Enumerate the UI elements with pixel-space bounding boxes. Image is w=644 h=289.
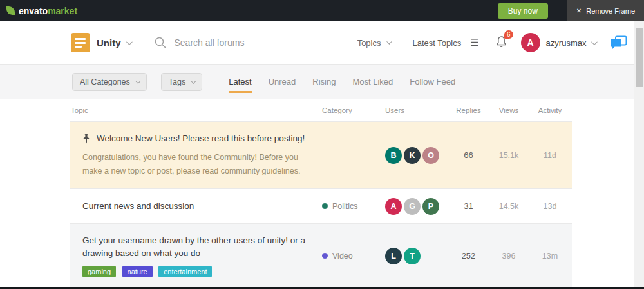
filter-bar: All Categories Tags Latest Unread Rising…	[0, 65, 644, 99]
tab-rising[interactable]: Rising	[304, 77, 344, 86]
tag-nature[interactable]: nature	[122, 266, 153, 277]
table-row[interactable]: Current news and discussion Politics A G…	[70, 189, 572, 224]
forum-header: Unity Topics Latest Topics ☰ 6 A	[0, 21, 644, 65]
col-replies[interactable]: Replies	[448, 106, 489, 114]
activity-time[interactable]: 13d	[528, 202, 572, 211]
vertical-scrollbar[interactable]	[634, 21, 644, 289]
remove-frame-label[interactable]: Remove Frame	[586, 7, 635, 15]
activity-time[interactable]: 13m	[528, 252, 572, 261]
chevron-down-icon[interactable]	[591, 39, 598, 45]
topic-table: Topic Category Users Replies Views Activ…	[70, 99, 572, 289]
user-avatar[interactable]: P	[422, 198, 439, 215]
views-count: 15.1k	[489, 151, 528, 160]
search-icon[interactable]	[154, 36, 167, 49]
tag-list: gaming nature entertainment	[82, 265, 312, 277]
close-icon[interactable]: ✕	[576, 7, 582, 14]
chat-bubbles-icon[interactable]	[610, 35, 627, 50]
users-cell: L T	[380, 248, 448, 264]
views-count: 396	[489, 252, 528, 261]
search-zone: Topics	[154, 36, 390, 49]
topic-title[interactable]: Current news and discussion	[82, 200, 194, 213]
col-topic[interactable]: Topic	[70, 106, 319, 114]
category-dot	[322, 203, 328, 209]
topics-dropdown[interactable]: Topics	[357, 38, 390, 48]
topic-title[interactable]: Get your username drawn by the other use…	[82, 234, 312, 259]
user-avatar[interactable]: B	[385, 147, 402, 164]
table-header: Topic Category Users Replies Views Activ…	[70, 99, 572, 122]
topbar: envato market Buy now ✕ Remove Frame	[0, 0, 644, 21]
logo-envato[interactable]: envato	[19, 6, 48, 16]
notification-badge[interactable]: 6	[504, 30, 513, 39]
col-views[interactable]: Views	[489, 106, 528, 114]
table-row[interactable]: Welcome New Users! Please read this befo…	[70, 122, 572, 189]
category-name[interactable]: Politics	[332, 202, 358, 211]
notifications-button[interactable]: 6	[496, 35, 507, 50]
forum-logo-icon[interactable]	[71, 33, 90, 52]
tags-label: Tags	[169, 77, 185, 86]
tab-follow-feed[interactable]: Follow Feed	[401, 77, 464, 86]
replies-count: 66	[448, 150, 489, 160]
tab-most-liked[interactable]: Most Liked	[344, 77, 401, 86]
user-avatar[interactable]: K	[404, 147, 421, 164]
col-category[interactable]: Category	[319, 106, 380, 114]
header-divider	[397, 21, 397, 64]
tags-dropdown[interactable]: Tags	[161, 73, 202, 91]
category-name[interactable]: Video	[332, 252, 353, 261]
logo-market[interactable]: market	[48, 6, 77, 16]
all-categories-label: All Categories	[80, 77, 130, 86]
remove-frame-control[interactable]: ✕ Remove Frame	[567, 0, 644, 21]
category-dot	[322, 253, 328, 259]
latest-topics-link[interactable]: Latest Topics	[413, 38, 462, 48]
user-avatar[interactable]: L	[385, 248, 402, 264]
topics-label: Topics	[357, 38, 381, 48]
col-activity[interactable]: Activity	[528, 106, 572, 114]
latest-topics-label: Latest Topics	[413, 38, 462, 48]
replies-count: 252	[448, 251, 489, 261]
pin-icon	[82, 134, 90, 144]
col-users[interactable]: Users	[380, 106, 448, 114]
forum-name[interactable]: Unity	[97, 37, 121, 48]
screen: envato market Buy now ✕ Remove Frame Uni…	[0, 0, 644, 289]
views-count: 14.5k	[489, 202, 528, 211]
scrollbar-thumb[interactable]	[636, 28, 643, 87]
users-cell: A G P	[380, 198, 448, 215]
topic-title[interactable]: Welcome New Users! Please read this befo…	[97, 132, 305, 145]
search-input[interactable]	[175, 37, 357, 48]
tag-gaming[interactable]: gaming	[82, 266, 116, 277]
chevron-down-icon[interactable]	[126, 39, 132, 45]
envato-leaf-icon	[6, 6, 15, 15]
users-cell: B K O	[380, 147, 448, 164]
topic-description: Congratulations, you have found the Comm…	[82, 151, 312, 179]
user-avatar[interactable]: A	[385, 198, 402, 215]
user-avatar[interactable]: A	[521, 33, 540, 52]
tag-entertainment[interactable]: entertainment	[158, 266, 212, 277]
chevron-down-icon	[386, 39, 392, 44]
chevron-down-icon	[135, 78, 140, 83]
table-row[interactable]: Get your username drawn by the other use…	[70, 224, 572, 288]
category-cell[interactable]: Politics	[319, 202, 380, 211]
chevron-down-icon	[191, 78, 196, 83]
topic-list-tabs: Latest Unread Rising Most Liked Follow F…	[220, 77, 464, 86]
category-cell[interactable]: Video	[319, 252, 380, 261]
tab-unread[interactable]: Unread	[260, 77, 305, 86]
buy-now-button[interactable]: Buy now	[498, 3, 548, 19]
user-avatar[interactable]: G	[404, 198, 421, 215]
activity-time[interactable]: 11d	[528, 151, 572, 160]
tab-latest[interactable]: Latest	[220, 77, 260, 86]
replies-count: 31	[448, 201, 489, 211]
user-avatar[interactable]: O	[422, 147, 439, 164]
hamburger-icon[interactable]: ☰	[470, 37, 478, 48]
all-categories-dropdown[interactable]: All Categories	[72, 73, 147, 91]
username[interactable]: azyrusmax	[546, 38, 587, 48]
user-avatar[interactable]: T	[404, 248, 421, 264]
